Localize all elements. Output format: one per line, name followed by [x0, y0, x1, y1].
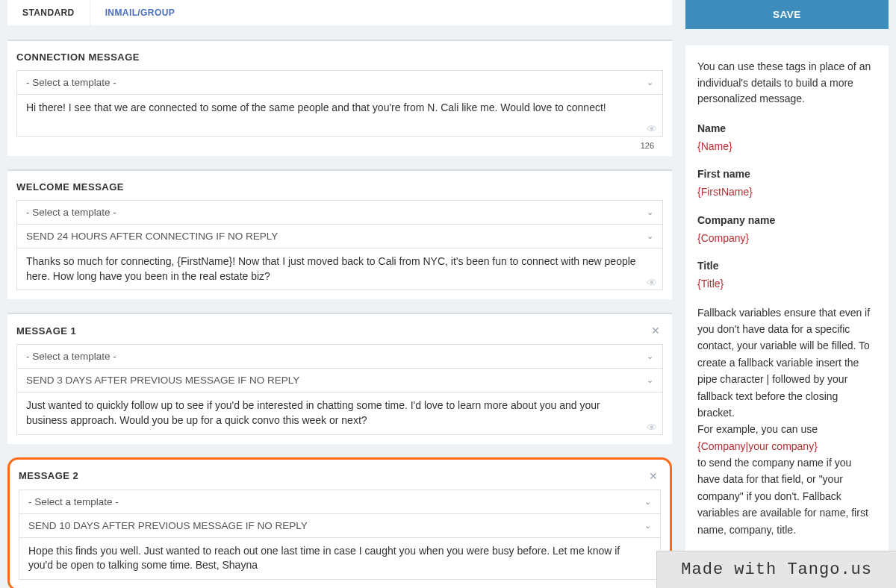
message-2-body-input[interactable]	[19, 538, 661, 580]
tag-label-company: Company name	[697, 213, 877, 229]
close-icon[interactable]: ✕	[646, 470, 661, 482]
close-icon[interactable]: ✕	[648, 325, 663, 337]
template-select[interactable]: - Select a template - ⌄	[19, 490, 661, 514]
select-label: SEND 10 DAYS AFTER PREVIOUS MESSAGE IF N…	[28, 520, 644, 531]
tag-label-title: Title	[697, 258, 877, 275]
select-label: - Select a template -	[26, 207, 647, 218]
char-counter: 126	[16, 140, 663, 150]
chevron-down-icon: ⌄	[647, 351, 653, 361]
fallback-p2b: to send the company name if you have dat…	[697, 454, 877, 538]
select-label: - Select a template -	[28, 496, 644, 507]
help-intro: You can use these tags in place of an in…	[697, 59, 877, 107]
eye-icon: 👁	[647, 422, 657, 434]
timing-select[interactable]: SEND 24 HOURS AFTER CONNECTING IF NO REP…	[16, 225, 663, 248]
tag-label-firstname: First name	[697, 166, 877, 183]
chevron-down-icon: ⌄	[647, 375, 653, 385]
eye-icon: 👁	[647, 123, 657, 135]
eye-icon: 👁	[647, 277, 657, 289]
fallback-token: {Company|your company}	[697, 438, 877, 454]
save-button[interactable]: SAVE	[685, 0, 889, 29]
section-title: CONNECTION MESSAGE	[16, 51, 140, 63]
select-label: - Select a template -	[26, 77, 647, 88]
tag-token-title: {Title}	[697, 276, 877, 293]
chevron-down-icon: ⌄	[644, 497, 651, 507]
watermark: Made with Tango.us	[656, 551, 896, 588]
help-panel: You can use these tags in place of an in…	[685, 46, 889, 551]
tab-inmail-group[interactable]: INMAIL/GROUP	[90, 0, 190, 25]
template-select[interactable]: - Select a template - ⌄	[16, 344, 663, 369]
tag-token-name: {Name}	[697, 139, 877, 155]
chevron-down-icon: ⌄	[644, 521, 651, 531]
section-title: MESSAGE 2	[19, 470, 78, 481]
template-select[interactable]: - Select a template - ⌄	[16, 70, 663, 95]
section-title: WELCOME MESSAGE	[16, 181, 124, 193]
tabs-bar: STANDARD INMAIL/GROUP	[7, 0, 672, 26]
fallback-p1: Fallback variables ensure that even if y…	[697, 304, 877, 422]
tag-label-name: Name	[697, 121, 877, 137]
select-label: SEND 3 DAYS AFTER PREVIOUS MESSAGE IF NO…	[26, 375, 647, 386]
select-label: - Select a template -	[26, 351, 647, 362]
connection-body-input[interactable]	[16, 95, 663, 137]
section-connection-message: CONNECTION MESSAGE - Select a template -…	[7, 40, 672, 156]
message-1-body-input[interactable]	[16, 392, 663, 434]
tag-token-firstname: {FirstName}	[697, 184, 877, 201]
section-message-1: MESSAGE 1 ✕ - Select a template - ⌄ SEND…	[7, 313, 672, 443]
section-welcome-message: WELCOME MESSAGE - Select a template - ⌄ …	[7, 169, 672, 299]
fallback-p2a: For example, you can use	[697, 421, 877, 437]
chevron-down-icon: ⌄	[647, 231, 653, 241]
select-label: SEND 24 HOURS AFTER CONNECTING IF NO REP…	[26, 231, 647, 242]
section-message-2: MESSAGE 2 ✕ - Select a template - ⌄ SEND…	[7, 457, 672, 588]
tag-token-company: {Company}	[697, 231, 877, 247]
chevron-down-icon: ⌄	[647, 207, 653, 217]
timing-select[interactable]: SEND 3 DAYS AFTER PREVIOUS MESSAGE IF NO…	[16, 369, 663, 392]
timing-select[interactable]: SEND 10 DAYS AFTER PREVIOUS MESSAGE IF N…	[19, 514, 661, 538]
chevron-down-icon: ⌄	[647, 78, 653, 87]
template-select[interactable]: - Select a template - ⌄	[16, 200, 663, 225]
tab-standard[interactable]: STANDARD	[7, 0, 90, 25]
section-title: MESSAGE 1	[16, 325, 76, 337]
welcome-body-input[interactable]	[16, 248, 663, 290]
